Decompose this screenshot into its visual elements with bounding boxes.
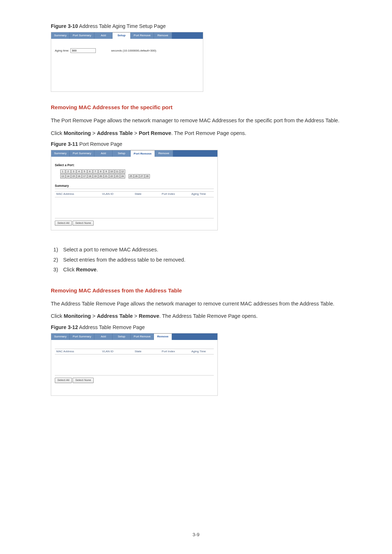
port-button[interactable]: 21: [104, 174, 109, 178]
steps-list: 1) Select a port to remove MAC Addresses…: [51, 245, 341, 275]
summary-table-header: MAC Address VLAN ID State Port Index Agi…: [55, 191, 214, 197]
col-mac-address: MAC Address: [55, 192, 93, 196]
para-port-remove-nav: Click Monitoring > Address Table > Port …: [51, 129, 341, 138]
para-remove-table-nav: Click Monitoring > Address Table > Remov…: [51, 312, 341, 321]
port-button[interactable]: 5: [82, 169, 87, 174]
tab-remove[interactable]: Remove: [154, 333, 172, 340]
tab-setup[interactable]: Setup: [113, 32, 131, 39]
col-aging-time: Aging Time: [184, 192, 214, 196]
figure-3-11-label: Figure 3-11: [51, 141, 78, 147]
figure-3-10-caption: Figure 3-10 Address Table Aging Time Set…: [51, 23, 341, 29]
col-vlan-id: VLAN ID: [93, 350, 123, 353]
col-aging-time: Aging Time: [184, 350, 214, 353]
tab-port-summary[interactable]: Port Summary: [70, 32, 94, 39]
port-button[interactable]: 19: [93, 174, 98, 178]
figure-3-11-caption: Figure 3-11 Port Remove Page: [51, 141, 341, 147]
aging-time-label: Aging time:: [55, 49, 69, 52]
figure-3-12-caption: Figure 3-12 Address Table Remove Page: [51, 324, 341, 330]
tab-spacer: [173, 150, 217, 157]
section-title-port-remove: Removing MAC Addresses for the specific …: [51, 104, 341, 110]
col-state: State: [123, 192, 153, 196]
col-port-index: Port Index: [153, 192, 183, 196]
tab-summary[interactable]: Summary: [51, 32, 70, 39]
tab-summary[interactable]: Summary: [51, 150, 70, 157]
tab-bar: Summary Port Summary Add Setup Port Remo…: [51, 32, 203, 39]
tab-port-remove[interactable]: Port Remove: [131, 333, 154, 340]
col-vlan-id: VLAN ID: [93, 192, 123, 196]
tab-port-remove[interactable]: Port Remove: [131, 150, 155, 157]
list-item: 3) Click Remove.: [51, 265, 341, 275]
col-state: State: [123, 350, 153, 353]
screenshot-port-remove: Summary Port Summary Add Setup Port Remo…: [51, 150, 218, 230]
summary-label: Summary: [55, 184, 214, 188]
figure-3-12-label: Figure 3-12: [51, 324, 78, 330]
list-item: 2) Select entries from the address table…: [51, 255, 341, 265]
port-button[interactable]: 24: [120, 174, 125, 178]
port-button[interactable]: 14: [66, 174, 71, 178]
port-button[interactable]: 28: [145, 174, 150, 178]
port-button[interactable]: 15: [71, 174, 76, 178]
port-button[interactable]: 17: [82, 174, 87, 178]
port-button[interactable]: 26: [134, 174, 139, 178]
port-button[interactable]: 3: [71, 169, 76, 174]
screenshot-address-table-remove: Summary Port Summary Add Setup Port Remo…: [51, 333, 218, 396]
port-button[interactable]: 25: [128, 174, 134, 178]
port-selector-grid: 1 2 3 4 5 6 7 8 9 10 11 12 13 14 15: [60, 169, 150, 179]
tab-add[interactable]: Add: [94, 150, 113, 157]
port-button[interactable]: 8: [98, 169, 103, 174]
tab-port-summary[interactable]: Port Summary: [70, 333, 94, 340]
port-button[interactable]: 7: [93, 169, 98, 174]
tab-add[interactable]: Add: [94, 32, 113, 39]
select-port-label: Select a Port:: [55, 163, 214, 167]
figure-3-10-label: Figure 3-10: [51, 23, 78, 29]
port-button[interactable]: 13: [60, 174, 65, 178]
aging-time-input[interactable]: [70, 48, 96, 53]
tab-summary[interactable]: Summary: [51, 333, 70, 340]
list-item: 1) Select a port to remove MAC Addresses…: [51, 245, 341, 255]
select-none-button[interactable]: Select None: [73, 221, 94, 226]
port-button[interactable]: 9: [104, 169, 109, 174]
port-button[interactable]: 20: [98, 174, 103, 178]
tab-port-summary[interactable]: Port Summary: [70, 150, 94, 157]
section-title-remove-table: Removing MAC Addresses from the Address …: [51, 287, 341, 294]
port-button[interactable]: 27: [139, 174, 144, 178]
tab-spacer: [172, 32, 203, 39]
port-button[interactable]: 16: [77, 174, 82, 178]
port-button[interactable]: 12: [120, 169, 125, 174]
port-button[interactable]: 1: [60, 169, 65, 174]
select-all-button[interactable]: Select All: [55, 378, 72, 383]
tab-setup[interactable]: Setup: [113, 150, 131, 157]
port-button[interactable]: 4: [77, 169, 82, 174]
col-port-index: Port Index: [153, 350, 183, 353]
tab-setup[interactable]: Setup: [113, 333, 131, 340]
port-button[interactable]: 22: [109, 174, 114, 178]
page-number: 3-9: [0, 532, 392, 537]
para-port-remove-desc: The Port Remove Page allows the network …: [51, 116, 341, 125]
port-button[interactable]: 6: [87, 169, 93, 174]
port-button[interactable]: 18: [87, 174, 93, 178]
screenshot-aging-time-setup: Summary Port Summary Add Setup Port Remo…: [51, 32, 203, 92]
para-remove-table-desc: The Address Table Remove Page allows the…: [51, 299, 341, 308]
tab-bar: Summary Port Summary Add Setup Port Remo…: [51, 333, 217, 340]
remove-table-body: [55, 354, 214, 376]
tab-add[interactable]: Add: [94, 333, 113, 340]
port-button[interactable]: 23: [115, 174, 120, 178]
tab-port-remove[interactable]: Port Remove: [131, 32, 154, 39]
aging-time-hint: seconds (10-1000000,default=300): [111, 49, 156, 52]
tab-spacer: [172, 333, 217, 340]
summary-table-body: [55, 197, 214, 218]
tab-remove[interactable]: Remove: [154, 32, 172, 39]
col-mac-address: MAC Address: [55, 350, 93, 353]
divider: [55, 189, 214, 189]
port-button[interactable]: 11: [115, 169, 120, 174]
tab-remove[interactable]: Remove: [155, 150, 173, 157]
select-all-button[interactable]: Select All: [55, 221, 72, 226]
remove-table-header: MAC Address VLAN ID State Port Index Agi…: [55, 349, 214, 354]
select-none-button[interactable]: Select None: [73, 378, 94, 383]
tab-bar: Summary Port Summary Add Setup Port Remo…: [51, 150, 217, 157]
port-button[interactable]: 2: [66, 169, 71, 174]
port-button[interactable]: 10: [109, 169, 114, 174]
